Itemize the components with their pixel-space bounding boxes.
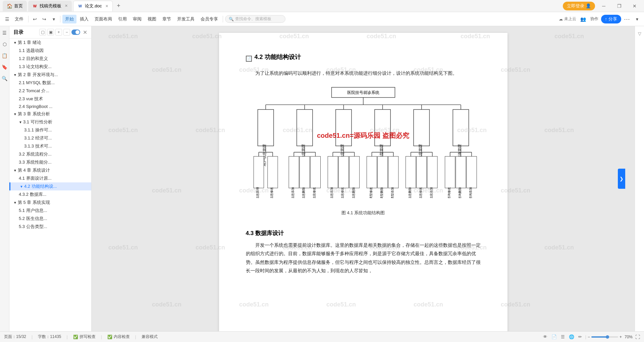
- menu-file[interactable]: 文件: [12, 15, 26, 23]
- svg-text:线咨询删除: 线咨询删除: [458, 187, 461, 198]
- outline-ch1[interactable]: ▼第 1 章 绪论: [9, 39, 91, 47]
- search-bar[interactable]: 🔍 查找命令、搜索模板: [225, 15, 285, 23]
- svg-rect-73: [406, 157, 416, 188]
- zoom-fit-button[interactable]: ⛶: [635, 334, 640, 340]
- zoom-out-button[interactable]: −: [588, 335, 590, 339]
- close-button[interactable]: ✕: [628, 1, 641, 11]
- separator3: [223, 16, 223, 22]
- menu-references[interactable]: 引用: [115, 15, 129, 23]
- wm7: code51.cn: [152, 66, 181, 73]
- outline-5-1[interactable]: 5.1 用户信息...: [9, 207, 91, 215]
- outline-4-1[interactable]: 4.1 界面设计原...: [9, 174, 91, 182]
- add-heading-button[interactable]: +: [55, 29, 62, 36]
- main-layout: ☰ ⬡ 📋 🔖 🔍 目录 ▢ ▣ + − ✕ ▼第 1 章 绪论 1.1 选题动…: [0, 26, 644, 331]
- page-view-button[interactable]: 📄: [550, 333, 558, 341]
- outline-ch2[interactable]: ▼第 2 章 开发环境与...: [9, 71, 91, 79]
- more-button[interactable]: ⋯: [624, 15, 630, 23]
- toc-icon[interactable]: 📋: [1, 52, 9, 60]
- menu-chapter[interactable]: 章节: [160, 15, 174, 23]
- menu-review[interactable]: 审阅: [130, 15, 144, 23]
- outline-view-button[interactable]: ☰: [559, 333, 567, 341]
- wps-icon: W: [32, 3, 38, 9]
- minimize-button[interactable]: ─: [597, 1, 610, 11]
- tab-wps-close[interactable]: ✕: [65, 4, 68, 8]
- search-sidebar-icon[interactable]: 🔍: [1, 74, 9, 82]
- user-icon: 👤: [586, 3, 591, 8]
- zoom-slider[interactable]: [591, 336, 618, 338]
- more-undo-button[interactable]: ▾: [49, 15, 58, 23]
- filter-icon[interactable]: ▽: [636, 30, 643, 37]
- toggle-switch[interactable]: [71, 30, 80, 35]
- outline-3-1-2[interactable]: 3.1.2 经济可...: [9, 134, 91, 142]
- menu-start[interactable]: 开始: [62, 15, 76, 23]
- collab-icon[interactable]: 👥: [579, 15, 588, 23]
- diagram-container: 医院挂号就诊系统: [246, 84, 481, 216]
- outline-ch5[interactable]: ▼第 5 章 系统实现: [9, 198, 91, 207]
- word-icon: W: [77, 3, 83, 9]
- outline-3-2[interactable]: 3.2 系统流程分...: [9, 150, 91, 158]
- outline-1-2[interactable]: 1.2 目的和意义: [9, 55, 91, 63]
- outline-2-1[interactable]: 2.1 MYSQL 数据...: [9, 79, 91, 87]
- outline-ch3[interactable]: ▼第 3 章 系统分析: [9, 110, 91, 118]
- undo-button[interactable]: ↩: [31, 15, 39, 23]
- login-button[interactable]: 立即登录 👤: [563, 2, 595, 10]
- add-tab-button[interactable]: +: [114, 1, 123, 11]
- expand-all-button[interactable]: ▣: [47, 29, 54, 36]
- sidebar-close-button[interactable]: ✕: [83, 29, 87, 36]
- outline-2-2[interactable]: 2.2 Tomcat 介...: [9, 87, 91, 95]
- tab-wps[interactable]: W 找稿壳模板 ✕: [28, 1, 72, 11]
- outline-4-2[interactable]: ▼4.2 功能结构设...: [9, 182, 91, 190]
- redo-button[interactable]: ↪: [40, 15, 49, 23]
- svg-rect-57: [300, 157, 310, 188]
- edit-view-button[interactable]: ✏: [577, 333, 584, 341]
- remove-heading-button[interactable]: −: [63, 29, 70, 36]
- menu-layout[interactable]: 页面布局: [92, 15, 115, 23]
- web-view-button[interactable]: 🌐: [568, 333, 575, 341]
- outline-3-3[interactable]: 3.3 系统性能分...: [9, 158, 91, 166]
- outline-5-3[interactable]: 5.3 公告类型...: [9, 223, 91, 231]
- outline-icon[interactable]: ☰: [1, 29, 9, 37]
- collapse-all-button[interactable]: ▢: [39, 29, 46, 36]
- maximize-button[interactable]: ❐: [612, 1, 626, 11]
- outline-2-4[interactable]: 2.4 SpringBoot ...: [9, 103, 91, 110]
- outline-3-1[interactable]: ▼3.1 可行性分析: [9, 118, 91, 126]
- svg-rect-16: [375, 110, 390, 146]
- menu-vip[interactable]: 会员专享: [198, 15, 221, 23]
- share-button[interactable]: ↑ 分享: [601, 15, 622, 23]
- svg-text:医生信息修改: 医生信息修改: [312, 187, 316, 198]
- editor-scroll[interactable]: code51.cn code51.cn code51.cn code51.cn …: [92, 26, 635, 331]
- outline-ch4[interactable]: ▼第 4 章 系统设计: [9, 166, 91, 174]
- tab-doc-close[interactable]: ✕: [105, 4, 108, 8]
- menu-insert[interactable]: 插入: [77, 15, 91, 23]
- bookmark-icon[interactable]: 🔖: [1, 63, 9, 71]
- zoom-in-button[interactable]: +: [620, 335, 622, 339]
- menu-view[interactable]: 视图: [145, 15, 159, 23]
- menu-devtools[interactable]: 开发工具: [174, 15, 197, 23]
- outline-2-3[interactable]: 2.3 vue 技术: [9, 95, 91, 103]
- svg-text:线咨询添加: 线咨询添加: [469, 187, 472, 198]
- outline-3-1-1[interactable]: 3.1.1 操作可...: [9, 126, 91, 134]
- svg-text:医生信息添加: 医生信息添加: [291, 187, 294, 198]
- svg-text:挂号信息修改: 挂号信息修改: [340, 187, 344, 198]
- outline-5-2[interactable]: 5.2 医生信息...: [9, 215, 91, 223]
- outline-3-1-3[interactable]: 3.1.3 技术可...: [9, 142, 91, 150]
- spell-check[interactable]: ✅ 拼写检查: [73, 334, 96, 340]
- content-check-icon: ✅: [107, 335, 112, 339]
- navigation-icon[interactable]: ⬡: [1, 40, 9, 48]
- expand-button[interactable]: ▾: [633, 15, 641, 23]
- float-expand-arrow[interactable]: ❯: [618, 169, 625, 189]
- outline-4-3-2[interactable]: 4.3.2 数据库...: [9, 190, 91, 198]
- outline-1-3[interactable]: 1.3 论文结构安...: [9, 63, 91, 71]
- tab-home[interactable]: 🏠 首页: [3, 1, 27, 11]
- section-icon[interactable]: 📄: [246, 56, 252, 62]
- section-42-title: 4.2 功能结构设计: [255, 53, 301, 61]
- home-icon: 🏠: [7, 3, 12, 9]
- read-view-button[interactable]: 👁: [542, 333, 549, 341]
- content-check[interactable]: ✅ 内容检查: [107, 334, 130, 340]
- menu-icon-button[interactable]: ☰: [3, 15, 11, 23]
- sidebar-header: 目录 ▢ ▣ + − ✕: [9, 26, 91, 39]
- svg-rect-20: [453, 110, 469, 146]
- tab-doc[interactable]: W 论文.doc ✕: [73, 1, 113, 11]
- diagram-caption: 图 4.1 系统功能结构图: [341, 210, 385, 216]
- outline-1-1[interactable]: 1.1 选题动因: [9, 47, 91, 55]
